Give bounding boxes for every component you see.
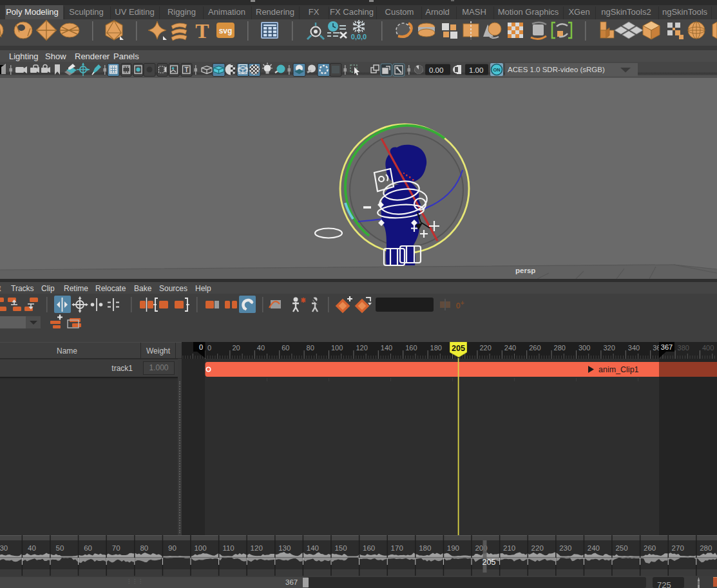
- svg-text:30: 30: [0, 544, 8, 552]
- svg-text:ON: ON: [493, 67, 500, 73]
- svg-text:40: 40: [257, 344, 265, 352]
- svg-text:150: 150: [334, 544, 347, 552]
- svg-text:260: 260: [644, 544, 656, 552]
- svg-text:250: 250: [615, 544, 627, 552]
- svg-text:205: 205: [452, 344, 465, 353]
- svg-text:280: 280: [700, 544, 712, 552]
- svg-text:230: 230: [559, 544, 571, 552]
- svg-text:140: 140: [381, 344, 392, 352]
- svg-text:190: 190: [447, 544, 459, 552]
- svg-text:100: 100: [331, 344, 343, 352]
- svg-text:110: 110: [222, 544, 234, 552]
- svg-text:60: 60: [84, 544, 92, 552]
- svg-text:120: 120: [356, 344, 367, 352]
- svg-text:170: 170: [391, 544, 403, 552]
- svg-text:60: 60: [282, 344, 289, 352]
- svg-text:340: 340: [628, 344, 640, 352]
- svg-text:300: 300: [578, 344, 590, 352]
- svg-text:1.00: 1.00: [469, 66, 483, 74]
- svg-text:70: 70: [112, 544, 120, 552]
- svg-text:0.00: 0.00: [429, 66, 443, 74]
- svg-text:svg: svg: [219, 26, 233, 35]
- svg-text:140: 140: [307, 544, 319, 552]
- svg-text:400: 400: [702, 344, 714, 352]
- svg-text:220: 220: [479, 344, 491, 352]
- svg-text:anim_Clip1: anim_Clip1: [598, 365, 639, 374]
- svg-text:160: 160: [405, 344, 417, 352]
- svg-text:90: 90: [168, 544, 177, 552]
- svg-text:280: 280: [554, 344, 566, 352]
- svg-text:40: 40: [28, 544, 36, 552]
- svg-text:50: 50: [56, 544, 64, 552]
- svg-text:260: 260: [529, 344, 540, 352]
- svg-text:205: 205: [483, 558, 496, 567]
- svg-text:180: 180: [430, 344, 442, 352]
- svg-text:0,0,0: 0,0,0: [351, 33, 367, 41]
- svg-text:240: 240: [504, 344, 516, 352]
- svg-text:80: 80: [140, 544, 148, 552]
- svg-text:0: 0: [207, 344, 211, 352]
- svg-text:0: 0: [199, 343, 203, 351]
- svg-text:180: 180: [419, 544, 431, 552]
- svg-text:130: 130: [278, 544, 291, 552]
- svg-text:220: 220: [531, 544, 544, 552]
- svg-text:240: 240: [588, 544, 600, 552]
- svg-text:320: 320: [603, 344, 615, 352]
- svg-text:160: 160: [363, 544, 375, 552]
- svg-text:380: 380: [678, 344, 689, 352]
- svg-text:T: T: [184, 66, 188, 73]
- svg-text:ACES 1.0 SDR-video (sRGB): ACES 1.0 SDR-video (sRGB): [508, 66, 605, 73]
- svg-text:367: 367: [661, 343, 673, 351]
- svg-text:20: 20: [232, 344, 240, 352]
- svg-text:270: 270: [672, 544, 684, 552]
- svg-text:210: 210: [503, 544, 515, 552]
- svg-text:120: 120: [251, 544, 263, 552]
- svg-text:100: 100: [194, 544, 206, 552]
- svg-text:80: 80: [307, 344, 314, 352]
- svg-text:persp: persp: [515, 267, 535, 274]
- svg-text:0+: 0+: [455, 299, 464, 310]
- svg-text:T: T: [195, 19, 209, 43]
